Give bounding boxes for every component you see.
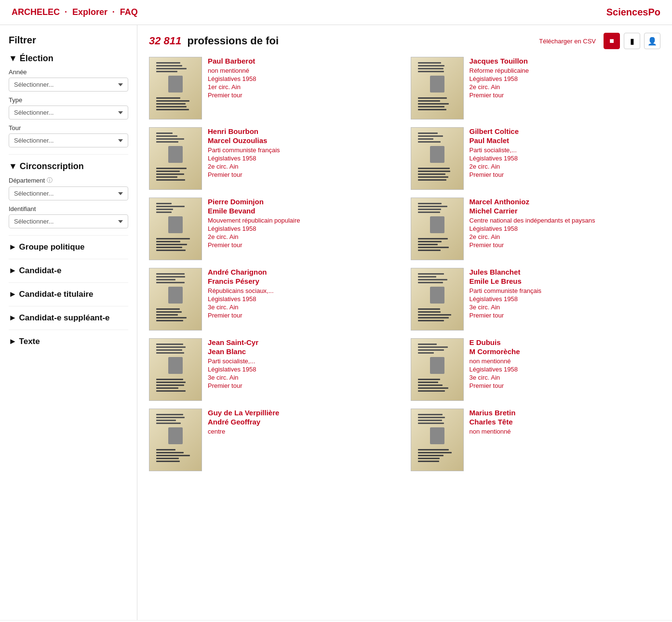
card-election: Législatives 1958 [470, 225, 595, 232]
result-card[interactable]: Jules BlanchetEmile Le BreusParti commun… [411, 268, 661, 331]
card-tour: Premier tour [208, 241, 300, 249]
tour-label: Tour [9, 124, 128, 132]
card-circ: 1er circ. Ain [208, 83, 256, 91]
nav-explorer[interactable]: Explorer [72, 7, 108, 17]
result-card[interactable]: Jean Saint-CyrJean BlancParti socialiste… [149, 338, 399, 401]
card-thumbnail [411, 57, 464, 119]
candidat-suppleant-section[interactable]: ► Candidat-e suppléant-e [9, 313, 128, 323]
card-name-secondary: Charles Tête [470, 418, 516, 426]
card-circ: 2e circ. Ain [208, 163, 280, 170]
election-arrow: ▼ Élection [9, 53, 54, 63]
card-election: Législatives 1958 [470, 155, 519, 162]
card-thumbnail [149, 57, 202, 119]
result-card[interactable]: E DubuisM Cormorèchenon mentionnéLégisla… [411, 338, 661, 401]
card-name-primary: Guy de La Verpillière [208, 409, 279, 417]
header-nav: ARCHELEC · Explorer · FAQ [12, 7, 138, 17]
card-tour: Premier tour [208, 312, 274, 319]
card-name-secondary: Marcel Ouzoulias [208, 136, 280, 145]
result-card[interactable]: Marcel AnthoniozMichel CarrierCentre nat… [411, 198, 661, 260]
card-tour: Premier tour [470, 92, 529, 99]
card-info: Gilbert ColticePaul MacletParti socialis… [470, 127, 519, 190]
identifiant-select[interactable]: Sélectionner... [9, 214, 128, 228]
texte-section[interactable]: ► Texte [9, 337, 128, 346]
main-topbar: 32 811 professions de foi Télécharger en… [149, 33, 660, 49]
card-thumbnail [149, 198, 202, 260]
nav-faq[interactable]: FAQ [120, 7, 138, 17]
result-card[interactable]: Gilbert ColticePaul MacletParti socialis… [411, 127, 661, 190]
result-card[interactable]: Paul Barberotnon mentionnéLégislatives 1… [149, 57, 399, 119]
card-election: Législatives 1958 [470, 366, 520, 373]
annee-label: Année [9, 68, 128, 76]
card-info: Pierre DominjonEmile BevandMouvement rép… [208, 198, 300, 260]
card-name-primary: Paul Barberot [208, 57, 256, 65]
tour-select[interactable]: Sélectionner... [9, 133, 128, 147]
sciencespo-logo: SciencesPo [606, 7, 660, 18]
card-info: Jules BlanchetEmile Le BreusParti commun… [470, 268, 542, 331]
groupe-politique-section[interactable]: ► Groupe politique [9, 242, 128, 252]
card-name-secondary: Emile Le Breus [470, 277, 542, 285]
card-name-primary: André Charignon [208, 268, 274, 276]
separator-6 [9, 330, 128, 330]
card-circ: 3e circ. Ain [208, 374, 258, 381]
circ-section-label: ▼ Circonscription [9, 161, 84, 171]
sidebar: Filtrer ▼ Élection Année Sélectionner...… [0, 25, 137, 620]
card-name-primary: Jules Blanchet [470, 268, 542, 276]
nav-archelec[interactable]: ARCHELEC [12, 7, 60, 17]
card-info: Jacques TouillonRéforme républicaineLégi… [470, 57, 529, 119]
card-election: Législatives 1958 [208, 225, 300, 232]
card-name-primary: Marcel Anthonioz [470, 198, 595, 206]
card-tour: Premier tour [208, 92, 256, 99]
nav-separator-1: · [65, 7, 69, 17]
card-tour: Premier tour [208, 382, 258, 389]
card-circ: 2e circ. Ain [470, 163, 519, 170]
view-table-button[interactable]: ■ [604, 33, 620, 49]
card-name-secondary: André Geoffray [208, 418, 279, 426]
separator-3 [9, 259, 128, 259]
card-party: non mentionné [470, 428, 516, 435]
card-election: Législatives 1958 [470, 295, 542, 303]
card-thumbnail [411, 268, 464, 331]
result-card[interactable]: André CharignonFrancis PéseryRépublicain… [149, 268, 399, 331]
card-name-secondary: M Cormorèche [470, 347, 520, 356]
main-content: 32 811 professions de foi Télécharger en… [137, 25, 672, 620]
separator-5 [9, 306, 128, 306]
election-section[interactable]: ▼ Élection [9, 53, 128, 64]
card-thumbnail [411, 338, 464, 401]
card-name-primary: Pierre Dominjon [208, 198, 300, 206]
card-name-primary: Jacques Touillon [470, 57, 529, 65]
nav-separator-2: · [112, 7, 117, 17]
view-person-button[interactable]: 👤 [644, 33, 660, 49]
card-election: Législatives 1958 [208, 295, 274, 303]
card-tour: Premier tour [208, 171, 280, 178]
result-card[interactable]: Guy de La VerpillièreAndré Geoffraycentr… [149, 409, 399, 471]
card-info: E DubuisM Cormorèchenon mentionnéLégisla… [470, 338, 520, 401]
card-election: Législatives 1958 [208, 155, 280, 162]
card-party: Centre national des indépendants et pays… [470, 217, 595, 224]
result-card[interactable]: Pierre DominjonEmile BevandMouvement rép… [149, 198, 399, 260]
result-card[interactable]: Jacques TouillonRéforme républicaineLégi… [411, 57, 661, 119]
result-card[interactable]: Marius BretinCharles Têtenon mentionné [411, 409, 661, 471]
type-select[interactable]: Sélectionner... [9, 106, 128, 119]
csv-download-link[interactable]: Télécharger en CSV [539, 38, 596, 45]
dept-label: Département ⓘ [9, 176, 128, 185]
card-party: Parti communiste français [470, 287, 542, 294]
result-card[interactable]: Henri BourbonMarcel OuzouliasParti commu… [149, 127, 399, 190]
card-election: Législatives 1958 [208, 366, 258, 373]
card-name-primary: Marius Bretin [470, 409, 516, 417]
dept-select[interactable]: Sélectionner... [9, 186, 128, 200]
footer: mentions légales CollEx-Persée crédits c… [0, 620, 672, 622]
card-party: non mentionné [470, 357, 520, 365]
card-circ: 2e circ. Ain [208, 233, 300, 240]
annee-select[interactable]: Sélectionner... [9, 78, 128, 92]
candidat-section[interactable]: ► Candidat-e [9, 266, 128, 276]
candidat-titulaire-section[interactable]: ► Candidat-e titulaire [9, 290, 128, 299]
card-name-secondary: Francis Pésery [208, 277, 274, 285]
card-name-secondary: Emile Bevand [208, 207, 300, 215]
card-thumbnail [149, 268, 202, 331]
view-chart-button[interactable]: ▮ [624, 33, 640, 49]
card-name-primary: Gilbert Coltice [470, 127, 519, 135]
circ-section[interactable]: ▼ Circonscription [9, 161, 128, 172]
card-info: Paul Barberotnon mentionnéLégislatives 1… [208, 57, 256, 119]
card-party: Parti communiste français [208, 146, 280, 154]
card-info: Jean Saint-CyrJean BlancParti socialiste… [208, 338, 258, 401]
